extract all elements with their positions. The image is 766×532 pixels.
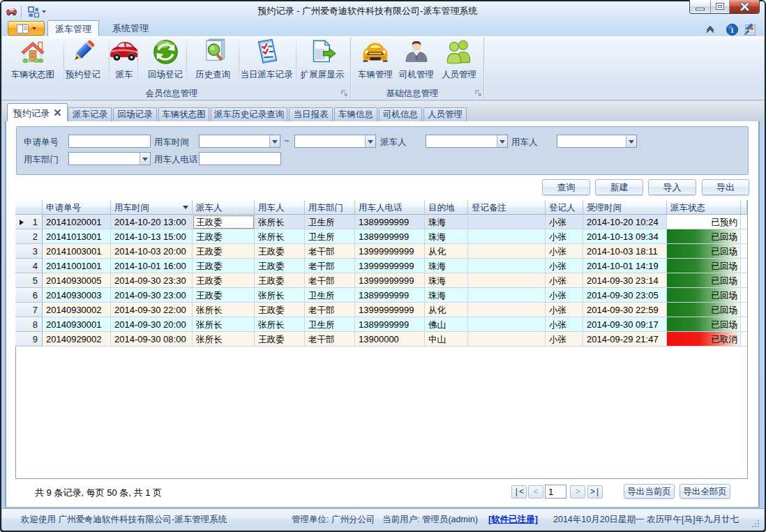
- svg-text:i: i: [731, 26, 733, 34]
